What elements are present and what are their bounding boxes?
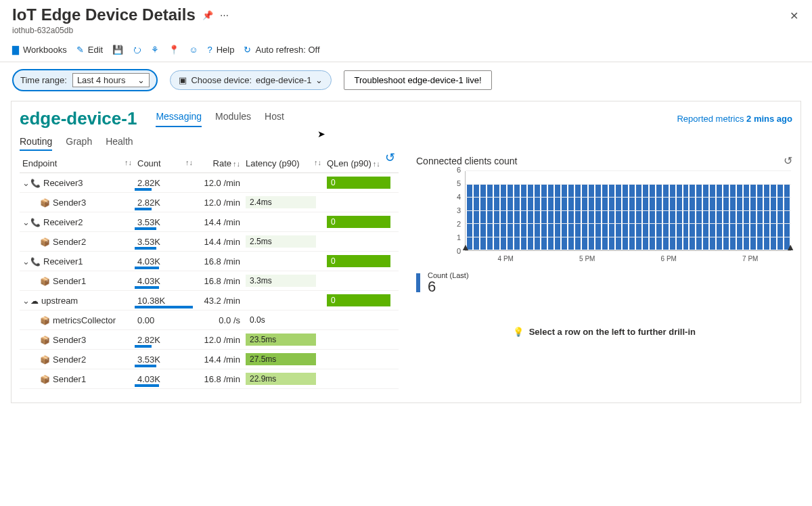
table-row[interactable]: ⌄📞Receiver14.03K16.8 /min0 bbox=[20, 252, 399, 271]
chevron-down-icon[interactable]: ⌄ bbox=[22, 256, 29, 267]
rate-value: 14.4 /min bbox=[204, 237, 240, 247]
edit-button[interactable]: ✎Edit bbox=[76, 45, 103, 55]
pkg-icon: 📦 bbox=[40, 336, 50, 345]
routing-table: Endpoint↑↓ Count↑↓ Rate↑↓ Latency (p90)↑… bbox=[20, 154, 399, 389]
table-row[interactable]: ⌄☁upstream10.38K43.2 /min0 bbox=[20, 291, 399, 310]
page-title: IoT Edge Device Details bbox=[12, 5, 196, 24]
chart-bar bbox=[723, 185, 729, 251]
rate-value: 0.0 /s bbox=[219, 315, 240, 325]
chart-bar bbox=[670, 185, 675, 251]
count-value: 3.53K bbox=[137, 217, 160, 227]
col-rate[interactable]: Rate↑↓ bbox=[196, 154, 243, 173]
chart-bar bbox=[777, 185, 783, 251]
subtab-graph[interactable]: Graph bbox=[66, 136, 92, 151]
chart-bar bbox=[467, 185, 472, 251]
chevron-down-icon[interactable]: ⌄ bbox=[22, 178, 29, 188]
chart-bar bbox=[656, 185, 662, 251]
table-row[interactable]: 📦Sender23.53K14.4 /min27.5ms bbox=[20, 350, 399, 369]
latency-value: 3.3ms bbox=[246, 275, 316, 287]
chart-bar bbox=[474, 185, 479, 251]
share-icon[interactable]: ⚘ bbox=[151, 45, 159, 55]
table-row[interactable]: ⌄📞Receiver23.53K14.4 /min0 bbox=[20, 212, 399, 232]
table-row[interactable]: 📦metricsCollector0.000.0 /s0.0s bbox=[20, 310, 399, 330]
phone-icon: 📞 bbox=[30, 218, 41, 227]
phone-icon: 📞 bbox=[30, 179, 41, 188]
qlen-value: 0 bbox=[327, 255, 390, 267]
chart-bar bbox=[616, 185, 621, 251]
time-range-label: Time range: bbox=[20, 75, 67, 85]
time-range-select[interactable]: Last 4 hours⌄ bbox=[72, 73, 150, 87]
table-row[interactable]: 📦Sender14.03K16.8 /min3.3ms bbox=[20, 271, 399, 291]
chart-bar bbox=[514, 185, 520, 251]
history-icon[interactable]: ↺ bbox=[784, 154, 792, 167]
endpoint-name: Sender3 bbox=[53, 198, 86, 208]
subtab-health[interactable]: Health bbox=[106, 136, 133, 151]
endpoint-name: Sender1 bbox=[53, 276, 86, 286]
device-select-pill[interactable]: ▣ Choose device: edge-device-1 ⌄ bbox=[170, 70, 332, 90]
rate-value: 16.8 /min bbox=[204, 256, 240, 267]
close-icon[interactable]: ✕ bbox=[790, 9, 798, 22]
range-handle-right[interactable]: ▲ bbox=[786, 242, 795, 252]
qlen-value: 0 bbox=[327, 216, 390, 228]
rate-value: 12.0 /min bbox=[204, 335, 240, 345]
save-icon[interactable]: 💾 bbox=[112, 45, 123, 55]
help-button[interactable]: ?Help bbox=[207, 45, 234, 55]
chart-bar bbox=[650, 185, 655, 251]
table-row[interactable]: ⌄📞Receiver32.82K12.0 /min0 bbox=[20, 173, 399, 193]
count-value: 4.03K bbox=[137, 276, 160, 286]
chevron-down-icon[interactable]: ⌄ bbox=[22, 296, 29, 306]
pin-toolbar-icon[interactable]: 📍 bbox=[168, 45, 179, 55]
endpoint-name: Receiver1 bbox=[43, 256, 83, 267]
rate-value: 16.8 /min bbox=[204, 374, 240, 384]
range-handle-left[interactable]: ▲ bbox=[461, 242, 470, 252]
more-icon[interactable]: ⋯ bbox=[220, 10, 229, 20]
table-row[interactable]: 📦Sender32.82K12.0 /min23.5ms bbox=[20, 330, 399, 350]
device-name-heading: edge-device-1 bbox=[20, 108, 137, 129]
chart-bar bbox=[677, 185, 682, 251]
autorefresh-button[interactable]: ↻Auto refresh: Off bbox=[244, 45, 319, 55]
count-value: 4.03K bbox=[137, 256, 160, 267]
chevron-down-icon: ⌄ bbox=[137, 75, 145, 85]
tab-host[interactable]: Host bbox=[265, 111, 284, 127]
table-row[interactable]: 📦Sender32.82K12.0 /min2.4ms bbox=[20, 193, 399, 212]
pkg-icon: 📦 bbox=[40, 237, 50, 247]
chevron-down-icon: ⌄ bbox=[315, 75, 323, 85]
rate-value: 43.2 /min bbox=[204, 296, 240, 306]
table-row[interactable]: 📦Sender14.03K16.8 /min22.9ms bbox=[20, 369, 399, 389]
rate-value: 12.0 /min bbox=[204, 178, 240, 188]
chart-bar bbox=[683, 185, 689, 251]
tab-messaging[interactable]: Messaging bbox=[156, 111, 202, 127]
endpoint-name: Sender2 bbox=[53, 237, 86, 247]
col-latency[interactable]: Latency (p90)↑↓ bbox=[243, 154, 324, 173]
subtab-routing[interactable]: Routing bbox=[20, 136, 52, 151]
count-value: 2.82K bbox=[137, 178, 160, 188]
chart-bar bbox=[764, 185, 769, 251]
chart-bar bbox=[541, 185, 547, 251]
chevron-down-icon[interactable]: ⌄ bbox=[22, 217, 29, 227]
workbooks-button[interactable]: ▇Workbooks bbox=[12, 45, 67, 55]
bulb-icon: 💡 bbox=[513, 327, 524, 337]
rate-value: 14.4 /min bbox=[204, 217, 240, 227]
chart-bar bbox=[636, 185, 641, 251]
chart-bar bbox=[589, 185, 594, 251]
pin-icon[interactable]: 📌 bbox=[202, 10, 213, 20]
table-row[interactable]: 📦Sender23.53K14.4 /min2.5ms bbox=[20, 232, 399, 252]
pencil-icon: ✎ bbox=[76, 45, 84, 55]
chart-bar bbox=[690, 185, 695, 251]
time-range-pill[interactable]: Time range: Last 4 hours⌄ bbox=[12, 69, 158, 91]
chart-bar bbox=[609, 185, 614, 251]
col-count[interactable]: Count↑↓ bbox=[135, 154, 196, 173]
col-endpoint[interactable]: Endpoint↑↓ bbox=[20, 154, 135, 173]
chart-legend: Count (Last) 6 bbox=[416, 271, 792, 294]
endpoint-name: Sender2 bbox=[53, 354, 86, 365]
feedback-icon[interactable]: ☺ bbox=[189, 45, 198, 55]
troubleshoot-button[interactable]: Troubleshoot edge-device-1 live! bbox=[344, 70, 491, 90]
chart-bar bbox=[548, 185, 554, 251]
connected-clients-chart[interactable]: 0123456 ▲ ▲ 4 PM5 PM6 PM7 PM bbox=[416, 170, 792, 264]
endpoint-name: Sender3 bbox=[53, 335, 86, 345]
refresh-icon[interactable]: ⭮ bbox=[133, 45, 141, 55]
undo-icon[interactable]: ↺ bbox=[385, 150, 395, 165]
rate-value: 12.0 /min bbox=[204, 198, 240, 208]
clock-icon: ↻ bbox=[244, 45, 251, 55]
tab-modules[interactable]: Modules bbox=[215, 111, 251, 127]
